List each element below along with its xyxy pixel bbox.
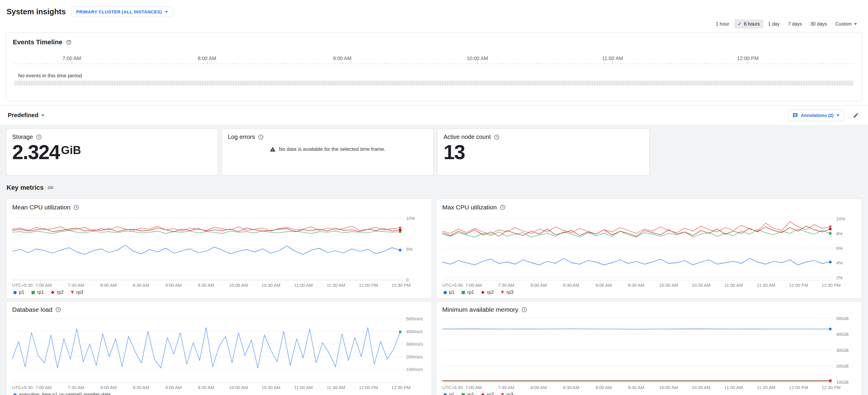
legend-item[interactable]: rp1 xyxy=(462,290,474,295)
chevron-down-icon xyxy=(41,114,44,116)
chart-legend: execution_time p1 us-central1 insights-d… xyxy=(12,392,426,395)
chart-card-max-cpu-utilization: Max CPU utilization UTC+5:307:00 AM7:30 … xyxy=(436,199,862,299)
legend-item[interactable]: rp2 xyxy=(481,290,494,295)
y-tick-label: 200ms/s xyxy=(406,354,423,359)
help-icon[interactable] xyxy=(66,39,71,45)
chart-legend: p1rp1rp2rp3 xyxy=(12,290,426,295)
x-tick-label: 8:30 AM xyxy=(563,283,579,288)
legend-item[interactable]: rp3 xyxy=(71,290,83,295)
time-range-6-hours[interactable]: ✓ 6 hours xyxy=(734,19,763,29)
warning-icon xyxy=(270,146,276,152)
x-tick-label: 8:00 AM xyxy=(531,385,547,390)
chart-title: Mean CPU utilization xyxy=(12,204,70,211)
legend-label: rp2 xyxy=(487,290,494,295)
clock-icon xyxy=(36,134,42,140)
timezone-label: UTC+5:30 xyxy=(442,385,463,390)
legend-item[interactable]: rp2 xyxy=(51,290,64,295)
legend-marker-icon xyxy=(13,393,17,395)
chart-y-axis-labels: 500ms/s400ms/s300ms/s200ms/s100ms/s xyxy=(404,316,426,391)
metrics-toolbar: Predefined Annotations (2) xyxy=(0,105,868,125)
legend-marker-icon xyxy=(443,291,447,294)
y-tick-label: 300ms/s xyxy=(406,341,423,346)
x-tick-label: 9:30 AM xyxy=(198,385,214,390)
events-timeline-title: Events Timeline xyxy=(13,38,62,46)
legend-item[interactable]: p1 xyxy=(13,290,24,295)
x-tick-label: 9:00 AM xyxy=(165,283,182,288)
check-icon: ✓ xyxy=(738,21,741,27)
legend-label: p1 xyxy=(449,392,455,395)
x-tick-label: 10:30 AM xyxy=(691,283,710,288)
timeline-hour-label: 9:00 AM xyxy=(333,56,351,62)
x-tick-label: 8:00 AM xyxy=(100,385,117,390)
chart-x-axis-labels: UTC+5:307:00 AM7:30 AM8:00 AM8:30 AM9:00… xyxy=(442,281,834,288)
x-tick-label: 11:30 AM xyxy=(327,283,345,288)
active-node-count-value: 13 xyxy=(443,142,465,163)
legend-item[interactable]: rp3 xyxy=(501,290,513,295)
y-tick-label: 5% xyxy=(406,246,413,251)
legend-item[interactable]: rp3 xyxy=(501,392,513,395)
legend-item[interactable]: rp2 xyxy=(481,392,494,395)
x-tick-label: 9:00 AM xyxy=(165,385,182,390)
timezone-label: UTC+5:30 xyxy=(12,283,33,288)
x-tick-label: 8:30 AM xyxy=(133,385,149,390)
x-tick-label: 7:00 AM xyxy=(465,385,482,390)
legend-label: rp3 xyxy=(506,392,513,395)
y-tick-label: 8% xyxy=(836,231,843,236)
chart-x-axis-labels: UTC+5:307:00 AM7:30 AM8:00 AM8:30 AM9:00… xyxy=(442,384,834,391)
legend-marker-icon xyxy=(443,393,447,395)
timeline-hour-label: 11:00 AM xyxy=(602,56,623,62)
time-range-1-day[interactable]: 1 day xyxy=(765,20,783,29)
y-tick-label: 10GiB xyxy=(836,379,849,385)
predefined-dropdown[interactable]: Predefined xyxy=(8,112,44,119)
legend-label: rp3 xyxy=(76,290,83,295)
chevron-down-icon xyxy=(854,23,857,25)
legend-label: rp2 xyxy=(57,290,64,295)
time-range-6-hours-label: 6 hours xyxy=(744,21,760,27)
chevron-down-icon xyxy=(837,114,839,116)
timezone-label: UTC+5:30 xyxy=(442,283,463,288)
x-tick-label: 11:00 AM xyxy=(294,385,312,390)
timeline-striped-band xyxy=(14,81,854,86)
clock-icon xyxy=(494,134,500,140)
chart-plot-area[interactable] xyxy=(442,214,834,281)
chart-plot-area[interactable] xyxy=(442,316,834,383)
legend-item[interactable]: rp1 xyxy=(462,392,474,395)
time-range-1-hour[interactable]: 1 hour xyxy=(712,20,732,29)
time-range-7-days[interactable]: 7 days xyxy=(785,20,805,29)
legend-item[interactable]: rp1 xyxy=(31,290,44,295)
y-tick-label: 100ms/s xyxy=(406,367,423,372)
link-icon[interactable] xyxy=(47,185,54,191)
chart-plot-area[interactable] xyxy=(12,214,404,281)
legend-item[interactable]: p1 xyxy=(443,290,455,295)
time-range-selector: 1 hour ✓ 6 hours 1 day 7 days 30 days Cu… xyxy=(0,17,868,30)
card-title: Storage xyxy=(12,134,33,140)
clock-icon xyxy=(500,204,505,210)
chart-y-axis-labels: 50GiB40GiB30GiB20GiB10GiB xyxy=(834,316,856,391)
storage-value: 2.324 xyxy=(12,142,60,163)
time-range-30-days[interactable]: 30 days xyxy=(807,20,830,29)
y-tick-label: 6% xyxy=(836,245,843,250)
legend-marker-icon xyxy=(13,291,17,294)
legend-item[interactable]: p1 xyxy=(443,392,455,395)
x-tick-label: 11:00 AM xyxy=(724,385,743,390)
y-tick-label: 0 xyxy=(406,277,408,282)
charts-grid: Mean CPU utilization UTC+5:307:00 AM7:30… xyxy=(6,199,862,395)
timeline-tick xyxy=(207,61,207,64)
x-tick-label: 12:00 PM xyxy=(359,283,378,288)
x-tick-label: 10:00 AM xyxy=(229,283,248,288)
timeline-hour-label: 8:00 AM xyxy=(198,56,216,62)
legend-item[interactable]: execution_time p1 us-central1 insights-d… xyxy=(13,392,111,395)
x-tick-label: 12:00 PM xyxy=(789,283,808,288)
x-tick-label: 10:00 AM xyxy=(659,385,678,390)
chart-y-axis-labels: 10%8%6%4%2% xyxy=(834,214,856,288)
time-range-custom[interactable]: Custom xyxy=(832,20,860,29)
chart-plot-area[interactable] xyxy=(12,316,404,383)
timeline-empty-message: No events in this time period xyxy=(18,73,82,79)
legend-label: rp1 xyxy=(467,392,474,395)
clock-icon xyxy=(258,134,264,140)
cluster-selector-button[interactable]: PRIMARY CLUSTER (ALL INSTANCES) xyxy=(71,6,173,17)
x-tick-label: 7:30 AM xyxy=(498,283,514,288)
annotations-button[interactable]: Annotations (2) xyxy=(788,110,844,121)
edit-dashboard-button[interactable] xyxy=(852,111,860,119)
summary-card-active-node-count: Active node count 13 xyxy=(437,129,649,175)
